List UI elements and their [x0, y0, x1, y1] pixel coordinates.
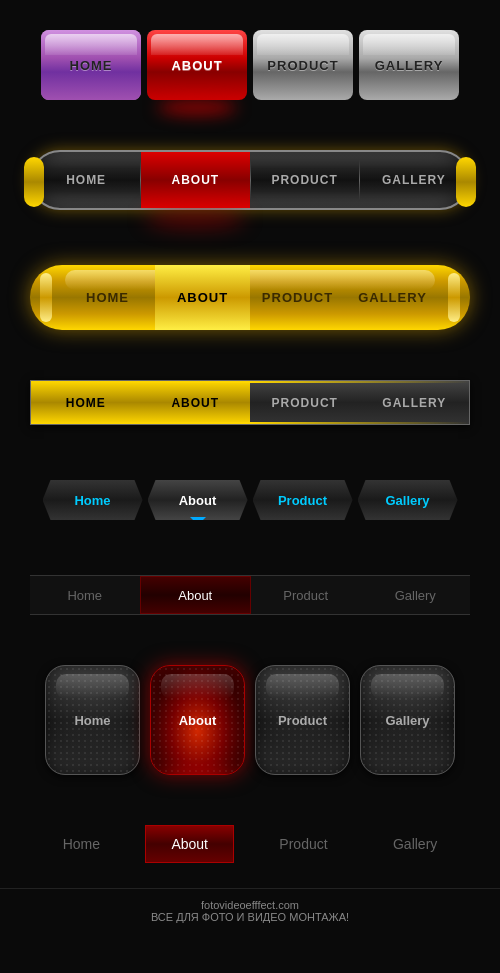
nav7-gallery-label: Gallery	[385, 713, 429, 728]
nav5-items: Home About Product Gallery	[43, 480, 458, 520]
nav2-about-label: ABOUT	[172, 173, 220, 187]
nav2-container: HOME ABOUT PRODUCT GALLERY	[0, 130, 500, 230]
nav8-items: Home About Product Gallery	[30, 825, 470, 863]
nav6-bar: Home About Product Gallery	[30, 575, 470, 615]
nav2-home-label: HOME	[66, 173, 106, 187]
nav6-product-label: Product	[283, 588, 328, 603]
watermark: fotovideoefffect.com ВСЕ ДЛЯ ФОТО И ВИДЕ…	[0, 888, 500, 933]
nav1-gallery-label: GALLERY	[375, 58, 444, 73]
nav6-about[interactable]: About	[140, 576, 252, 614]
nav8-product-label: Product	[279, 836, 327, 852]
nav1-about-label: ABOUT	[171, 58, 222, 73]
nav3-product[interactable]: PRODUCT	[250, 265, 345, 330]
nav7-gallery[interactable]: Gallery	[360, 665, 455, 775]
nav5-about-label: About	[179, 493, 217, 508]
nav7-home[interactable]: Home	[45, 665, 140, 775]
nav1-gallery[interactable]: GALLERY	[359, 30, 459, 100]
nav6-home-label: Home	[67, 588, 102, 603]
nav5-gallery-label: Gallery	[385, 493, 429, 508]
nav5-dropdown-arrow	[190, 517, 206, 525]
nav3-gallery[interactable]: GALLERY	[345, 265, 440, 330]
nav7-gallery-shine	[371, 674, 444, 699]
nav7-about-shine	[161, 674, 234, 699]
nav4-about[interactable]: ABOUT	[141, 381, 251, 424]
nav6-container: Home About Product Gallery	[0, 555, 500, 635]
nav2-product-label: PRODUCT	[271, 173, 337, 187]
nav5-product[interactable]: Product	[253, 480, 353, 520]
nav6-gallery[interactable]: Gallery	[361, 576, 471, 614]
nav4-home-label: HOME	[66, 396, 106, 410]
nav4-gallery-label: GALLERY	[382, 396, 446, 410]
nav4-bar: HOME ABOUT PRODUCT GALLERY	[30, 380, 470, 425]
nav3-container: HOME ABOUT PRODUCT GALLERY	[0, 245, 500, 350]
nav8-home-label: Home	[63, 836, 100, 852]
nav2-gallery[interactable]: GALLERY	[360, 152, 468, 208]
nav3-about[interactable]: ABOUT	[155, 265, 250, 330]
nav6-home[interactable]: Home	[30, 576, 140, 614]
nav3-items: HOME ABOUT PRODUCT GALLERY	[30, 265, 470, 330]
nav7-product-shine	[266, 674, 339, 699]
nav2-home[interactable]: HOME	[32, 152, 140, 208]
nav6-gallery-label: Gallery	[395, 588, 436, 603]
nav7-about-label: About	[179, 713, 217, 728]
nav6-about-label: About	[178, 588, 212, 603]
nav8-home[interactable]: Home	[43, 828, 120, 860]
nav1-home[interactable]: HOME	[41, 30, 141, 100]
nav1-product-label: PRODUCT	[267, 58, 338, 73]
nav2-product[interactable]: PRODUCT	[251, 152, 359, 208]
nav5-product-label: Product	[278, 493, 327, 508]
nav1-home-label: HOME	[70, 58, 113, 73]
nav8-about-label: About	[171, 836, 208, 852]
nav3-about-label: ABOUT	[177, 290, 228, 305]
nav3-gallery-label: GALLERY	[358, 290, 427, 305]
nav8-product[interactable]: Product	[259, 828, 347, 860]
nav1-about-glow	[157, 100, 237, 115]
watermark-tagline: ВСЕ ДЛЯ ФОТО И ВИДЕО МОНТАЖА!	[151, 911, 349, 923]
nav4-gallery[interactable]: GALLERY	[360, 381, 470, 424]
nav2-about[interactable]: ABOUT	[141, 152, 249, 208]
nav3-product-label: PRODUCT	[262, 290, 333, 305]
nav4-container: HOME ABOUT PRODUCT GALLERY	[0, 360, 500, 445]
watermark-url: fotovideoefffect.com	[201, 899, 299, 911]
nav4-home[interactable]: HOME	[31, 381, 141, 424]
nav1-about[interactable]: ABOUT	[147, 30, 247, 100]
nav7-container: Home About Product Gallery	[0, 645, 500, 795]
nav2-tube: HOME ABOUT PRODUCT GALLERY	[30, 150, 470, 210]
nav2-items: HOME ABOUT PRODUCT GALLERY	[32, 152, 468, 208]
nav6-product[interactable]: Product	[251, 576, 361, 614]
nav3-tube: HOME ABOUT PRODUCT GALLERY	[30, 265, 470, 330]
nav7-home-label: Home	[74, 713, 110, 728]
nav4-about-label: ABOUT	[171, 396, 219, 410]
nav1-product[interactable]: PRODUCT	[253, 30, 353, 100]
nav4-product[interactable]: PRODUCT	[250, 381, 360, 424]
nav5-gallery[interactable]: Gallery	[358, 480, 458, 520]
nav5-container: Home About Product Gallery	[0, 455, 500, 545]
nav5-home[interactable]: Home	[43, 480, 143, 520]
nav4-product-label: PRODUCT	[272, 396, 338, 410]
nav3-home-label: HOME	[86, 290, 129, 305]
nav7-product[interactable]: Product	[255, 665, 350, 775]
nav3-home[interactable]: HOME	[60, 265, 155, 330]
nav8-gallery[interactable]: Gallery	[373, 828, 457, 860]
nav8-gallery-label: Gallery	[393, 836, 437, 852]
nav8-about[interactable]: About	[145, 825, 234, 863]
nav7-about[interactable]: About	[150, 665, 245, 775]
nav5-home-label: Home	[74, 493, 110, 508]
nav1-container: HOME ABOUT PRODUCT GALLERY	[0, 0, 500, 120]
nav8-container: Home About Product Gallery	[0, 800, 500, 878]
nav2-about-glow	[145, 208, 245, 228]
nav2-gallery-label: GALLERY	[382, 173, 446, 187]
nav7-home-shine	[56, 674, 129, 699]
nav7-product-label: Product	[278, 713, 327, 728]
nav5-about[interactable]: About	[148, 480, 248, 520]
